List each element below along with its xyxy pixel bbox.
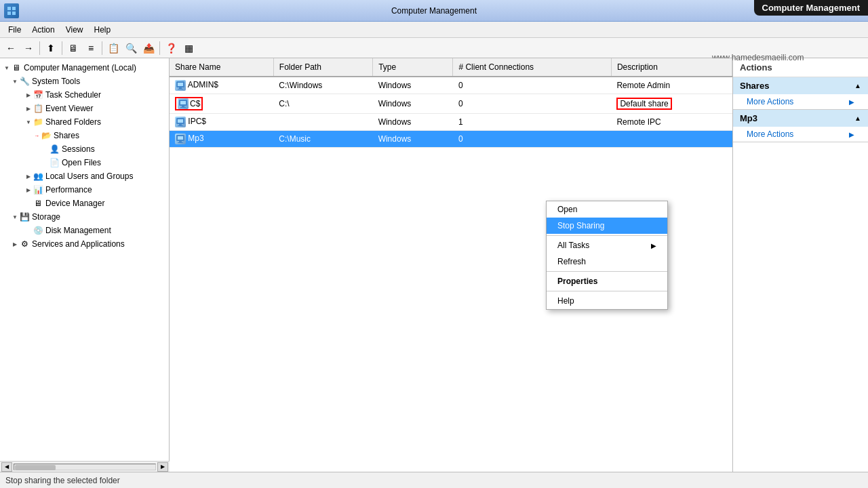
up-button[interactable]: ⬆ xyxy=(43,40,59,56)
cell-description: Remote Admin xyxy=(611,77,732,94)
storage-label: Storage xyxy=(32,212,60,222)
tree-task-scheduler[interactable]: ▶ 📅 Task Scheduler xyxy=(0,88,169,102)
actions-section-mp3-title[interactable]: Mp3 ▲ xyxy=(733,110,868,127)
arrow-performance: ▶ xyxy=(24,187,33,193)
svg-rect-0 xyxy=(7,7,11,10)
context-menu-help[interactable]: Help xyxy=(547,293,667,309)
new-window[interactable]: 📋 xyxy=(105,40,121,56)
arrow-system-tools: ▼ xyxy=(11,79,19,85)
tree-device-manager[interactable]: ▶ 🖥 Device Manager xyxy=(0,197,169,210)
scroll-thumb[interactable] xyxy=(15,465,56,470)
tree-performance[interactable]: ▶ 📊 Performance xyxy=(0,183,169,197)
help-button[interactable]: ❓ xyxy=(163,40,179,56)
performance-icon: 📊 xyxy=(33,184,43,195)
arrow-services: ▶ xyxy=(11,241,19,247)
back-button[interactable]: ← xyxy=(3,40,19,56)
table-row[interactable]: ADMIN$ C:\Windows Windows 0 Remote Admin xyxy=(170,77,732,94)
system-tools-icon: 🔧 xyxy=(19,76,30,87)
tree-disk-management[interactable]: ▶ 💿 Disk Management xyxy=(0,224,169,237)
cell-share-name: ADMIN$ xyxy=(170,77,273,94)
context-menu-refresh[interactable]: Refresh xyxy=(547,253,667,270)
context-menu-properties[interactable]: Properties xyxy=(547,273,667,289)
arrow-event-viewer: ▶ xyxy=(24,106,33,112)
cell-connections: 0 xyxy=(453,131,612,148)
tree-shares[interactable]: → 📂 Shares xyxy=(0,129,169,142)
event-viewer-label: Event Viewer xyxy=(45,104,93,113)
local-users-label: Local Users and Groups xyxy=(45,171,133,181)
svg-rect-17 xyxy=(178,136,183,140)
tree-system-tools[interactable]: ▼ 🔧 System Tools xyxy=(0,75,169,88)
tree-services[interactable]: ▶ ⚙ Services and Applications xyxy=(0,237,169,251)
svg-rect-2 xyxy=(7,12,11,15)
context-menu-all-tasks[interactable]: All Tasks ▶ xyxy=(547,237,667,253)
tree-panel: ▼ 🖥 Computer Management (Local) ▼ 🔧 Syst… xyxy=(0,58,170,472)
col-share-name[interactable]: Share Name xyxy=(170,58,273,77)
arrow-storage: ▼ xyxy=(11,214,19,220)
svg-rect-9 xyxy=(180,101,186,104)
actions-section-mp3: Mp3 ▲ More Actions ▶ xyxy=(733,110,868,142)
main-layout: ▼ 🖥 Computer Management (Local) ▼ 🔧 Syst… xyxy=(0,58,868,472)
title-bar: Computer Management Computer Management xyxy=(0,0,868,22)
tree-open-files[interactable]: ▶ 📄 Open Files xyxy=(0,156,169,169)
tree-sessions[interactable]: ▶ 👤 Sessions xyxy=(0,142,169,156)
configure[interactable]: 🔍 xyxy=(123,40,139,56)
cell-description: Default share xyxy=(611,94,732,114)
tree-shared-folders[interactable]: ▼ 📁 Shared Folders xyxy=(0,115,169,129)
tree-scrollbar[interactable]: ◀ ▶ xyxy=(0,461,170,472)
arrow-shares: → xyxy=(33,133,41,139)
svg-rect-19 xyxy=(178,142,183,143)
device-manager-label: Device Manager xyxy=(45,199,104,208)
svg-rect-7 xyxy=(178,89,183,89)
arrow-shared-folders: ▼ xyxy=(24,119,33,125)
forward-button[interactable]: → xyxy=(20,40,37,56)
svg-rect-15 xyxy=(178,125,183,126)
menu-file[interactable]: File xyxy=(3,24,26,36)
col-folder-path[interactable]: Folder Path xyxy=(273,58,372,77)
tree-event-viewer[interactable]: ▶ 📋 Event Viewer xyxy=(0,102,169,115)
table-header-row: Share Name Folder Path Type # Client Con… xyxy=(170,58,732,77)
actions-panel: Actions Shares ▲ More Actions ▶ Mp3 ▲ Mo… xyxy=(732,58,868,472)
scroll-right[interactable]: ▶ xyxy=(157,462,168,472)
shares-label: Shares xyxy=(54,131,79,140)
table-row-mp3[interactable]: Mp3 C:\Music Windows 0 xyxy=(170,131,732,148)
content-area: Share Name Folder Path Type # Client Con… xyxy=(170,58,732,472)
tree-arrow-root: ▼ xyxy=(3,65,11,71)
col-client-conn[interactable]: # Client Connections xyxy=(453,58,612,77)
show-hide-tree[interactable]: 🖥 xyxy=(65,40,81,56)
cell-connections: 0 xyxy=(453,94,612,114)
scroll-track[interactable] xyxy=(14,464,156,470)
status-bar: Stop sharing the selected folder xyxy=(0,472,868,488)
export[interactable]: 📤 xyxy=(140,40,157,56)
disk-management-label: Disk Management xyxy=(45,226,111,235)
toggle-button[interactable]: ▦ xyxy=(180,40,197,56)
scroll-left[interactable]: ◀ xyxy=(1,462,12,472)
cell-share-name: IPC$ xyxy=(170,114,273,131)
mp3-more-actions[interactable]: More Actions ▶ xyxy=(733,127,868,142)
menu-view[interactable]: View xyxy=(60,24,89,36)
title-text: Computer Management xyxy=(391,6,477,16)
services-label: Services and Applications xyxy=(32,239,125,249)
col-description[interactable]: Description xyxy=(611,58,732,77)
list-view[interactable]: ≡ xyxy=(83,40,99,56)
open-files-icon: 📄 xyxy=(49,157,60,168)
task-scheduler-icon: 📅 xyxy=(33,89,43,100)
shares-more-actions[interactable]: More Actions ▶ xyxy=(733,94,868,109)
table-row[interactable]: C$ C:\ Windows 0 Default share xyxy=(170,94,732,114)
tree-storage[interactable]: ▼ 💾 Storage xyxy=(0,210,169,224)
context-menu-open[interactable]: Open xyxy=(547,201,667,218)
menu-action[interactable]: Action xyxy=(26,24,60,36)
menu-help[interactable]: Help xyxy=(89,24,117,36)
tree-local-users[interactable]: ▶ 👥 Local Users and Groups xyxy=(0,169,169,183)
context-menu-stop-sharing[interactable]: Stop Sharing xyxy=(547,218,667,234)
svg-rect-13 xyxy=(178,119,183,123)
tree-root[interactable]: ▼ 🖥 Computer Management (Local) xyxy=(0,61,169,75)
svg-rect-14 xyxy=(179,124,182,125)
share-icon-ipc xyxy=(175,117,186,127)
table-row[interactable]: IPC$ Windows 1 Remote IPC xyxy=(170,114,732,131)
corner-label: Computer Management xyxy=(754,0,868,16)
col-type[interactable]: Type xyxy=(373,58,453,77)
cell-type: Windows xyxy=(373,77,453,94)
actions-section-shares-title[interactable]: Shares ▲ xyxy=(733,77,868,94)
computer-icon: 🖥 xyxy=(11,62,22,73)
svg-rect-5 xyxy=(178,83,183,86)
